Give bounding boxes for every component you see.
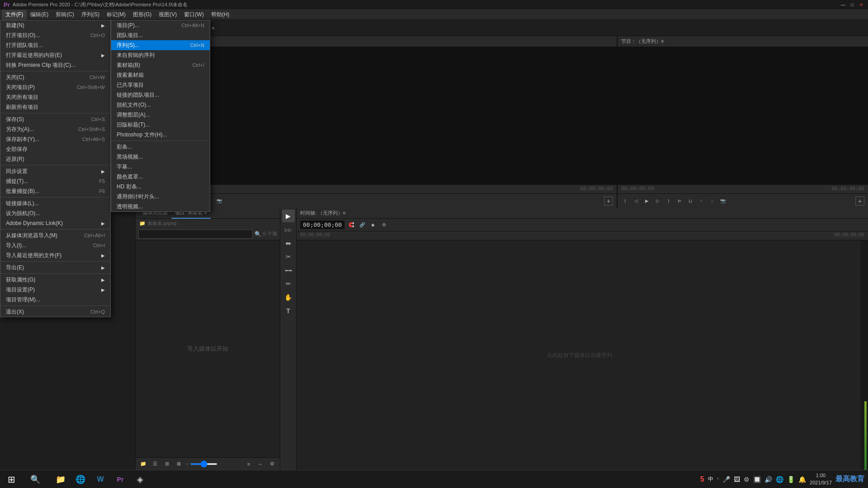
menu-save-as[interactable]: 另存为(A)... Ctrl+Shift+S (0, 124, 110, 134)
taskbar-edge[interactable]: 🌐 (71, 471, 90, 488)
maximize-button[interactable]: □ (849, 2, 855, 8)
submenu-shared[interactable]: 已共享项目 (111, 80, 210, 90)
menu-proj-manage[interactable]: 项目管理(M)... (0, 295, 110, 305)
menu-edit[interactable]: 编辑(E) (27, 10, 52, 20)
menu-import-browser[interactable]: 从媒体浏览器导入(M) Ctrl+Alt+I (0, 230, 110, 240)
menu-graphics[interactable]: 图形(G) (129, 10, 155, 20)
menu-file[interactable]: 文件(F) (2, 10, 27, 20)
ime-mic[interactable]: 🎤 (722, 476, 730, 483)
ime-option1[interactable]: ° (717, 477, 719, 482)
menu-save-all[interactable]: 全部保存 (0, 144, 110, 154)
notification-icon[interactable]: 🔔 (798, 476, 806, 483)
tl-settings[interactable]: ⚙ (380, 221, 388, 229)
submenu-offline-file[interactable]: 脱机文件(O)... (111, 100, 210, 110)
taskbar-explorer[interactable]: 📁 (52, 471, 70, 488)
ime-option2[interactable]: 🖼 (734, 476, 740, 483)
submenu-photoshop[interactable]: Photoshop 文件(H)... (111, 130, 210, 140)
ime-option3[interactable]: ⚙ (744, 476, 750, 483)
tool-pen[interactable]: ✏ (282, 277, 295, 290)
prog-shuttle-left[interactable]: ⟨ (621, 197, 629, 205)
menu-clip[interactable]: 剪辑(C) (52, 10, 78, 20)
menu-make-offline[interactable]: 设为脱机(O)... (0, 208, 110, 218)
minimize-button[interactable]: — (840, 2, 846, 8)
menu-open-team[interactable]: 打开团队项目... (0, 40, 110, 50)
tool-text[interactable]: T (282, 305, 295, 317)
sort-btn[interactable]: ≡ (244, 459, 254, 469)
tl-snap[interactable]: 🧲 (347, 221, 355, 229)
taskbar-search-btn[interactable]: 🔍 (26, 471, 44, 488)
menu-window[interactable]: 窗口(W) (180, 10, 207, 20)
menu-help[interactable]: 帮助(H) (208, 10, 233, 20)
submenu-linked-team[interactable]: 链接的团队项目... (111, 90, 210, 100)
prog-insert[interactable]: ⊳ (675, 197, 684, 205)
menu-save-copy[interactable]: 保存副本(Y)... Ctrl+Alt+S (0, 134, 110, 144)
tool-slip[interactable]: ⬅➡ (282, 264, 295, 277)
taskbar-other-app[interactable]: ◈ (131, 471, 149, 488)
menu-open-recent[interactable]: 打开最近使用的内容(E) ▶ (0, 50, 110, 60)
menu-close-project[interactable]: 关闭项目(P) Ctrl+Shift+W (0, 82, 110, 92)
source-add-btn[interactable]: + (604, 197, 613, 206)
submenu-search-bin[interactable]: 搜索素材箱 (111, 70, 210, 80)
tool-razor[interactable]: ✂ (282, 250, 295, 263)
submenu-bins[interactable]: 素材箱(B) Ctrl+/ (111, 60, 210, 70)
network-icon[interactable]: 🌐 (776, 476, 783, 483)
new-bin-btn[interactable]: 📁 (138, 459, 148, 469)
menu-import[interactable]: 导入(I)... Ctrl+I (0, 240, 110, 250)
menu-open-project[interactable]: 打开项目(O)... Ctrl+O (0, 30, 110, 40)
menu-close-all[interactable]: 关闭所有项目 (0, 92, 110, 102)
taskbar-word[interactable]: W (91, 471, 109, 488)
menu-sequence[interactable]: 序列(S) (78, 10, 103, 20)
auto-match-btn[interactable]: ↔ (255, 459, 265, 469)
menu-link-media[interactable]: 链接媒体(L)... (0, 198, 110, 208)
submenu-from-clip[interactable]: 来自剪辑的序列 (111, 50, 210, 60)
icon-view-btn[interactable]: ⊞ (162, 459, 172, 469)
volume-icon[interactable]: 🔊 (764, 476, 772, 483)
prog-step-fwd[interactable]: ▷ (654, 197, 662, 205)
freeform-view-btn[interactable]: ⊠ (174, 459, 184, 469)
settings-btn[interactable]: ⚙ (267, 459, 277, 469)
menu-exit[interactable]: 退出(X) Ctrl+Q (0, 307, 110, 317)
menu-save[interactable]: 保存(S) Ctrl+S (0, 114, 110, 124)
menu-view[interactable]: 视图(V) (155, 10, 180, 20)
menu-adl[interactable]: Adobe Dynamic Link(K) ▶ (0, 218, 110, 228)
submenu-countdown[interactable]: 通用倒计时片头... (111, 192, 210, 202)
taskbar-premiere[interactable]: Pr (111, 471, 129, 488)
tool-select[interactable]: ▶ (282, 210, 295, 222)
submenu-sequence[interactable]: 序列(S)... Ctrl+N (111, 40, 210, 50)
menu-project-settings[interactable]: 项目设置(P) ▶ (0, 285, 110, 295)
menu-close[interactable]: 关闭(C) Ctrl+W (0, 72, 110, 82)
prog-lift[interactable]: ↑ (697, 197, 705, 205)
prog-step-back[interactable]: ◁ (632, 197, 640, 205)
ime-indicator[interactable]: 5 (700, 475, 704, 483)
submenu-captions[interactable]: 字幕... (111, 162, 210, 172)
menu-sync[interactable]: 同步设置 ▶ (0, 166, 110, 176)
submenu-black-video[interactable]: 黑场视频... (111, 152, 210, 162)
prog-shuttle-right[interactable]: ⟩ (665, 197, 673, 205)
menu-new[interactable]: 新建(N) ▶ (0, 20, 110, 30)
tool-track-fwd[interactable]: ▷▷ (282, 223, 295, 236)
submenu-transparent[interactable]: 透明视频... (111, 202, 210, 211)
menu-convert[interactable]: 转换 Premiere Clip 项目(C)... (0, 60, 110, 70)
list-view-btn[interactable]: ☰ (150, 459, 160, 469)
prog-overwrite[interactable]: ⊔ (686, 197, 694, 205)
submenu-adjustment[interactable]: 调整图层(A)... (111, 110, 210, 120)
close-button[interactable]: ✕ (858, 2, 864, 8)
tool-hand[interactable]: ✋ (282, 291, 295, 304)
submenu-project[interactable]: 项目(P)... Ctrl+Alt+N (111, 20, 210, 30)
submenu-old-title[interactable]: 旧版标题(T)... (111, 120, 210, 130)
tl-add-marker[interactable]: ◆ (369, 221, 377, 229)
ime-chinese[interactable]: 中 (708, 475, 713, 483)
menu-import-recent[interactable]: 导入最近使用的文件(F) ▶ (0, 250, 110, 260)
battery-icon[interactable]: 🔋 (787, 476, 795, 483)
win-clock[interactable]: 1:00 2021/9/17 (810, 472, 832, 486)
menu-get-props[interactable]: 获取属性(G) ▶ (0, 275, 110, 285)
ime-option4[interactable]: 🔲 (753, 476, 761, 483)
submenu-team-project[interactable]: 团队项目... (111, 30, 210, 40)
submenu-color-matte[interactable]: 颜色遮罩... (111, 172, 210, 182)
submenu-colorbars[interactable]: 彩条... (111, 142, 210, 152)
start-button[interactable]: ⊞ (0, 470, 23, 488)
menu-batch-capture[interactable]: 批量捕捉(B)... F6 (0, 186, 110, 196)
zoom-slider[interactable] (190, 463, 217, 465)
source-export-frame[interactable]: 📷 (215, 197, 223, 205)
menu-export[interactable]: 导出(E) ▶ (0, 263, 110, 272)
